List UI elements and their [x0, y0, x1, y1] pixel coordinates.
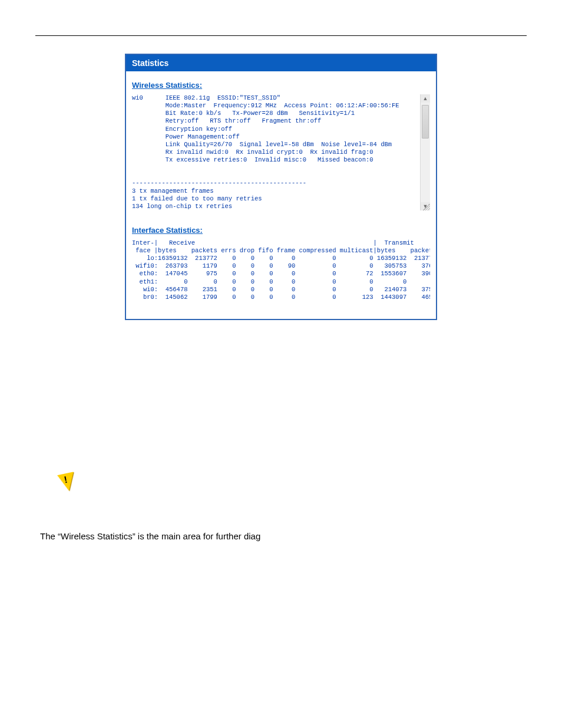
statistics-screenshot: Statistics Wireless Statistics: wi0 IEEE…	[125, 54, 437, 320]
page-rule	[35, 35, 527, 36]
body-paragraph: The “Wireless Statistics” is the main ar…	[40, 530, 522, 543]
interface-stats-heading: Interface Statistics:	[132, 226, 430, 235]
wireless-stats-box: wi0 IEEE 802.11g ESSID:"TEST_SSID" Mode:…	[132, 94, 430, 210]
wireless-stats-heading: Wireless Statistics:	[132, 81, 430, 90]
note-icon: !	[59, 473, 80, 495]
scroll-up-arrow-icon[interactable]: ▲	[421, 94, 430, 103]
scroll-thumb[interactable]	[422, 105, 429, 139]
interface-stats-box: Inter-| Receive | Transmit face |bytes p…	[132, 239, 430, 301]
interface-stats-text: Inter-| Receive | Transmit face |bytes p…	[132, 239, 430, 301]
panel-title: Statistics	[126, 55, 436, 71]
wireless-stats-text: wi0 IEEE 802.11g ESSID:"TEST_SSID" Mode:…	[132, 94, 419, 210]
resize-grip-icon[interactable]	[423, 203, 430, 210]
scrollbar[interactable]: ▲ ▼	[420, 94, 430, 210]
panel-body: Wireless Statistics: wi0 IEEE 802.11g ES…	[126, 71, 436, 319]
